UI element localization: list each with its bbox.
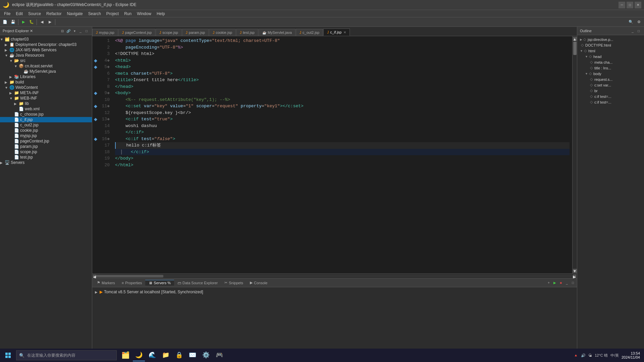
toolbar-run[interactable]: ▶: [20, 18, 27, 26]
tree-item-build[interactable]: ▶ 📁 build: [0, 79, 92, 85]
tab-test[interactable]: J test.jsp: [236, 29, 258, 36]
taskbar-app-edge[interactable]: 🌊: [146, 349, 158, 361]
editor-content[interactable]: ◆ ◆ ◆ ◆ ◆ ◆: [92, 36, 577, 274]
taskbar-start-button[interactable]: [1, 349, 15, 361]
tab-cookie[interactable]: J cookie.jsp: [209, 29, 236, 36]
bottom-tab-properties[interactable]: ≡ Properties: [118, 280, 146, 286]
tree-item-jax[interactable]: ▶ 🌐 JAX-WS Web Services: [0, 47, 92, 53]
outline-item-meta[interactable]: ◇ meta cha...: [579, 59, 643, 65]
bottom-tab-console[interactable]: ▶ Console: [247, 280, 271, 286]
menu-refactor[interactable]: Refactor: [44, 11, 64, 17]
tree-item-c-choose[interactable]: 📄 c_choose.jsp: [0, 112, 92, 117]
bottom-panel-maximize[interactable]: □: [570, 280, 576, 286]
outline-maximize[interactable]: □: [636, 28, 641, 34]
toolbar-search[interactable]: 🔍: [627, 18, 635, 26]
toolbar-settings[interactable]: ⚙: [635, 18, 643, 26]
menu-source[interactable]: Source: [25, 11, 44, 17]
outline-item-html[interactable]: ▼ ◇ html: [579, 48, 643, 54]
taskbar-app-settings[interactable]: ⚙️: [200, 349, 212, 361]
bottom-tab-datasource[interactable]: 🗃 Data Source Explorer: [174, 280, 221, 286]
bottom-panel-minimize[interactable]: _: [564, 280, 570, 286]
outline-item-directive[interactable]: ▶ ◇ jsp:directive.p...: [579, 37, 643, 42]
tree-item-libraries[interactable]: ▶ 📚 Libraries: [0, 74, 92, 79]
taskbar-app-explorer[interactable]: 🗂️: [119, 349, 131, 361]
network-icon[interactable]: 🔺: [574, 353, 578, 358]
battery-icon[interactable]: 🌤: [588, 353, 592, 357]
toolbar-back[interactable]: ◀: [38, 18, 46, 26]
maximize-button[interactable]: □: [627, 2, 633, 8]
menu-project[interactable]: Project: [104, 11, 121, 17]
bottom-stop-server[interactable]: ■: [558, 280, 564, 286]
taskbar-search-box[interactable]: 🔍 在这里输入你要搜索的内容: [16, 350, 117, 360]
volume-icon[interactable]: 🔊: [581, 353, 586, 358]
outline-item-request[interactable]: ◇ request.s...: [579, 76, 643, 82]
tree-item-deployment[interactable]: ▶ 📋 Deployment Descriptor: chapter03: [0, 42, 92, 47]
outline-item-cif-false[interactable]: ◇ c:if test=...: [579, 99, 643, 105]
tab-param[interactable]: J param.jsp: [182, 29, 209, 36]
tree-item-java-resources[interactable]: ▼ ☕ Java Resources: [0, 53, 92, 58]
tree-item-servers[interactable]: ▶ 🖥️ Servers: [0, 160, 92, 165]
minimize-button[interactable]: ─: [619, 2, 625, 8]
outline-item-doctype[interactable]: ◇ DOCTYPE:html: [579, 42, 643, 48]
taskbar-app-eclipse[interactable]: 🌙: [133, 349, 145, 361]
tree-item-cookie[interactable]: 📄 cookie.jsp: [0, 128, 92, 133]
menu-window[interactable]: Window: [134, 11, 154, 17]
tab-close-cif[interactable]: ✕: [343, 31, 346, 34]
tab-scope[interactable]: J scope.jsp: [156, 29, 181, 36]
bottom-tab-markers[interactable]: ⚑ Markers: [94, 280, 118, 286]
tree-item-pagecontext[interactable]: 📄 pageContext.jsp: [0, 138, 92, 144]
clock[interactable]: 13:54 2024/11/04: [622, 351, 640, 359]
bottom-tab-snippets[interactable]: ✂ Snippets: [221, 280, 247, 286]
menu-help[interactable]: Help: [154, 11, 168, 17]
menu-run[interactable]: Run: [121, 11, 134, 17]
minimize-panel-button[interactable]: _: [78, 28, 83, 34]
editor-scrollbar[interactable]: ▲ ▼: [572, 36, 577, 274]
tree-item-param[interactable]: 📄 param.jsp: [0, 144, 92, 149]
toolbar-debug[interactable]: 🐛: [28, 18, 35, 26]
toolbar-new[interactable]: 📄: [1, 18, 9, 26]
horizontal-scrollbar[interactable]: ◀ ▶: [92, 274, 577, 278]
outline-item-br[interactable]: ◇ br: [579, 88, 643, 94]
taskbar-app-security[interactable]: 🔒: [173, 349, 185, 361]
tree-item-lib[interactable]: ▶ 📁 lib: [0, 101, 92, 106]
bottom-new-server[interactable]: +: [546, 280, 551, 286]
tree-item-src[interactable]: ▼ 📂 src: [0, 58, 92, 63]
server-item-tomcat[interactable]: ▶ ▶ Tomcat v8.5 Server at localhost [Sta…: [94, 289, 576, 295]
tree-item-c-if[interactable]: 📄 c_if.jsp: [0, 117, 92, 122]
outline-item-body[interactable]: ▼ ◇ body: [579, 71, 643, 76]
outline-minimize[interactable]: _: [630, 28, 635, 34]
tab-pagecontext[interactable]: J pageContext.jsp: [118, 29, 156, 36]
tab-myservlet[interactable]: ☕ MyServlet.java: [259, 29, 296, 36]
toolbar-forward[interactable]: ▶: [46, 18, 54, 26]
tree-item-c-out2[interactable]: 📄 c_out2.jsp: [0, 122, 92, 128]
toolbar-save[interactable]: 💾: [9, 18, 17, 26]
tree-item-webcontent[interactable]: ▼ 🌐 WebContent: [0, 85, 92, 90]
panel-menu-button[interactable]: ▾: [72, 28, 77, 34]
tree-item-package[interactable]: ▼ 📦 cn.itcast.servlet: [0, 63, 92, 69]
tree-item-test[interactable]: 📄 test.jsp: [0, 155, 92, 160]
maximize-panel-button[interactable]: □: [84, 28, 89, 34]
code-editor[interactable]: <%@ page language="java" contentType="te…: [112, 36, 572, 274]
outline-item-cif-true[interactable]: ◇ c:if test=...: [579, 94, 643, 99]
tree-item-myservlet[interactable]: ☕ MyServlet.java: [0, 69, 92, 74]
tab-myjsp[interactable]: J myjsp.jsp: [92, 29, 118, 36]
link-editor-button[interactable]: 🔗: [66, 28, 71, 34]
tree-item-meta-inf[interactable]: ▶ 📁 META-INF: [0, 90, 92, 96]
menu-edit[interactable]: Edit: [13, 11, 25, 17]
outline-item-cset[interactable]: ◇ c:set var...: [579, 82, 643, 88]
tab-cout2[interactable]: J c_out2.jsp: [296, 29, 323, 36]
tree-item-web-inf[interactable]: ▼ 📁 WEB-INF: [0, 96, 92, 101]
outline-item-head[interactable]: ▼ ◇ head: [579, 54, 643, 59]
taskbar-app-store[interactable]: 🎮: [213, 349, 225, 361]
collapse-all-button[interactable]: ⊟: [60, 28, 65, 34]
close-button[interactable]: ✕: [635, 2, 641, 8]
tree-item-myjsp[interactable]: 📄 myjsp.jsp: [0, 133, 92, 138]
tree-item-webxml[interactable]: 📄 web.xml: [0, 106, 92, 112]
outline-item-title[interactable]: ◇ title : Ins...: [579, 65, 643, 71]
bottom-tab-servers[interactable]: 🖥 Servers %: [145, 280, 174, 286]
menu-file[interactable]: File: [1, 11, 13, 17]
tree-item-scope[interactable]: 📄 scope.jsp: [0, 149, 92, 155]
tree-item-chapter03[interactable]: ▼ 🗂️ chapter03: [0, 37, 92, 42]
menu-search[interactable]: Search: [86, 11, 104, 17]
menu-navigate[interactable]: Navigate: [64, 11, 85, 17]
